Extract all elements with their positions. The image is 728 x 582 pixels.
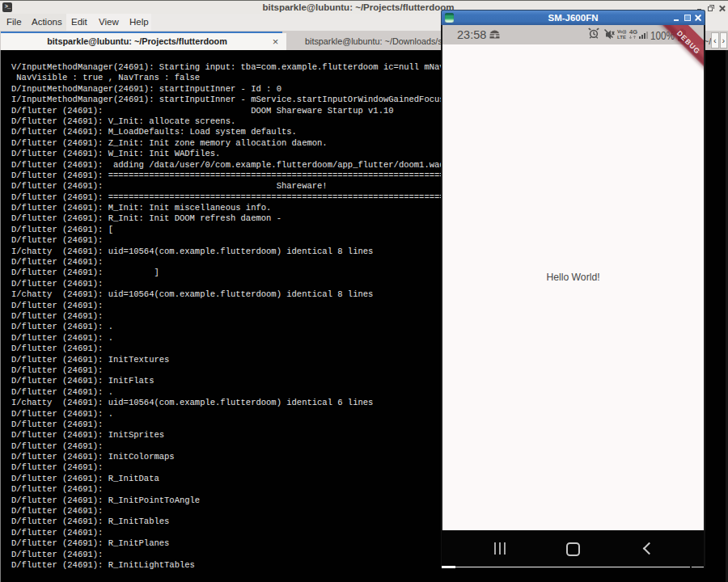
svg-text:Vo)): Vo)) (617, 29, 626, 34)
svg-text:LTE: LTE (617, 35, 626, 40)
svg-text:4G: 4G (629, 28, 637, 36)
